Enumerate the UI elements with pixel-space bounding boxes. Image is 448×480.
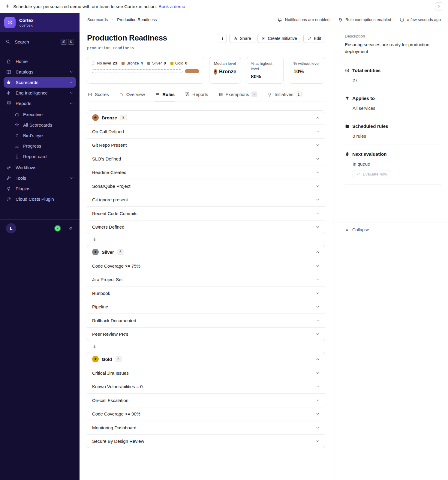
tab-exemptions[interactable]: Exemptions- bbox=[218, 92, 258, 101]
wrench-icon bbox=[6, 176, 11, 181]
level-rule-count: 6 bbox=[115, 356, 122, 362]
book-demo-link[interactable]: Book a demo bbox=[159, 4, 185, 9]
rule-row-critical-jira-issues[interactable]: Critical Jira Issues bbox=[87, 366, 325, 380]
status-rule-exemptions-enabled[interactable]: Rule exemptions enabled bbox=[338, 17, 391, 22]
rule-row-rollback-documented[interactable]: Rollback Documented bbox=[87, 314, 325, 327]
calendar-icon bbox=[345, 124, 350, 129]
sidebar-item-eng-intelligence[interactable]: Eng Intelligence bbox=[4, 88, 76, 98]
rule-row-on-call-escalation[interactable]: On-call Escalation bbox=[87, 393, 325, 407]
chevron-down-icon bbox=[315, 412, 320, 416]
rule-row-owners-defined[interactable]: Owners Defined bbox=[87, 220, 325, 234]
sparkle-icon bbox=[5, 4, 10, 9]
sidebar-item-all-scorecards[interactable]: All Scorecards bbox=[14, 120, 80, 130]
chevron-down-icon bbox=[315, 304, 320, 309]
sidebar: Cortex cortex Search ⌘K HomeCatalogsScor… bbox=[0, 13, 80, 480]
chevron-down-icon bbox=[315, 129, 320, 134]
sidebar-item-scorecards[interactable]: Scorecards bbox=[4, 77, 76, 88]
chevron-down-icon bbox=[69, 80, 74, 85]
collapse-sidebar-icon[interactable] bbox=[68, 226, 74, 231]
checklist-icon bbox=[155, 92, 160, 97]
status-notifications-are-enabled[interactable]: Notifications are enabled bbox=[277, 17, 329, 22]
create-initiative-button[interactable]: Create Initiative bbox=[257, 34, 301, 43]
rule-row-known-vulnerabilities-0[interactable]: Known Vulnerabilities = 0 bbox=[87, 380, 325, 394]
sidebar-item-reports[interactable]: Reports bbox=[4, 98, 76, 109]
sidebar-item-catalogs[interactable]: Catalogs bbox=[4, 67, 76, 77]
status-label: Rule exemptions enabled bbox=[345, 17, 391, 22]
breadcrumb: Scorecards Production Readiness bbox=[87, 17, 157, 22]
tab-overview[interactable]: Overview bbox=[119, 92, 146, 101]
avatar[interactable]: L bbox=[6, 223, 16, 233]
level-group-header[interactable]: ★Gold6 bbox=[87, 352, 325, 366]
briefcase-icon bbox=[14, 112, 20, 117]
banner-close-button[interactable] bbox=[435, 2, 443, 10]
rule-row-on-call-defined[interactable]: On Call Defined bbox=[87, 124, 325, 138]
status-ok-icon[interactable] bbox=[54, 225, 61, 232]
rule-row-git-repo-present[interactable]: Git Repo Present bbox=[87, 138, 325, 152]
evaluate-now-label: Evaluate now bbox=[363, 172, 387, 176]
silver-swatch-icon bbox=[147, 62, 150, 65]
workspace-switcher[interactable]: Cortex cortex bbox=[0, 13, 80, 32]
sidebar-item-bird-s-eye[interactable]: Bird's eye bbox=[14, 130, 80, 141]
rule-label: Git Repo Present bbox=[92, 142, 127, 148]
sidebar-item-tools[interactable]: Tools bbox=[4, 173, 76, 183]
sidebar-item-plugins[interactable]: Plugins bbox=[4, 183, 76, 194]
level-distribution-bar bbox=[92, 69, 199, 73]
sidebar-item-executive[interactable]: Executive bbox=[14, 109, 80, 120]
book-icon bbox=[6, 69, 11, 75]
chevron-down-icon bbox=[69, 70, 74, 74]
clock-icon bbox=[399, 17, 404, 22]
rule-label: Monitoring Dashboard bbox=[92, 425, 137, 430]
level-group-header[interactable]: ★Silver6 bbox=[87, 245, 325, 259]
sidebar-item-label: Tools bbox=[16, 176, 26, 181]
chevron-up-icon bbox=[315, 116, 320, 120]
edit-button[interactable]: Edit bbox=[303, 34, 325, 43]
main-content: Production Readiness production-readines… bbox=[80, 26, 333, 460]
status-a-few-seconds-ago[interactable]: a few seconds ago bbox=[399, 17, 441, 22]
collapse-panel-button[interactable]: Collapse bbox=[333, 223, 448, 232]
rule-row-code-coverage-90[interactable]: Code Coverage >= 90% bbox=[87, 407, 325, 421]
cortex-logo-icon bbox=[4, 17, 16, 28]
cube-icon bbox=[345, 68, 350, 73]
sidebar-item-progress[interactable]: Progress bbox=[14, 141, 80, 151]
chart-line-icon bbox=[14, 144, 20, 148]
chevron-down-icon bbox=[315, 184, 320, 188]
gold-swatch-icon bbox=[170, 62, 173, 65]
rule-row-slo-s-defined[interactable]: SLO's Defined bbox=[87, 152, 325, 166]
rule-row-code-coverage-75[interactable]: Code Coverage >= 75% bbox=[87, 259, 325, 273]
tab-label: Overview bbox=[126, 92, 145, 97]
rule-row-secure-by-design-review[interactable]: Secure By Design Review bbox=[87, 434, 325, 448]
tab-reports[interactable]: Reports bbox=[184, 92, 209, 101]
tab-scores[interactable]: Scores bbox=[87, 92, 110, 101]
sidebar-item-cloud-costs-plugin[interactable]: Cloud Costs Plugin bbox=[4, 194, 76, 204]
sidebar-item-workflows[interactable]: Workflows bbox=[4, 162, 76, 173]
kebab-menu-button[interactable] bbox=[218, 34, 227, 43]
rule-row-peer-review-pr-s[interactable]: Peer Review PR's bbox=[87, 327, 325, 341]
tab-rules[interactable]: Rules bbox=[155, 92, 175, 101]
presentation-icon bbox=[6, 101, 11, 106]
rule-row-git-ignore-present[interactable]: Git ignore present bbox=[87, 193, 325, 207]
sidebar-item-home[interactable]: Home bbox=[4, 56, 76, 67]
evaluate-now-button[interactable]: Evaluate now bbox=[353, 170, 391, 178]
rule-row-monitoring-dashboard[interactable]: Monitoring Dashboard bbox=[87, 421, 325, 434]
share-button[interactable]: Share bbox=[229, 34, 255, 43]
breadcrumb-scorecards[interactable]: Scorecards bbox=[87, 17, 108, 22]
rule-row-runbook[interactable]: Runbook bbox=[87, 286, 325, 300]
level-rule-count: 6 bbox=[117, 249, 124, 255]
no-level-swatch-icon bbox=[92, 62, 95, 65]
tab-badge: - bbox=[251, 92, 257, 97]
level-group-header[interactable]: ★Bronze8 bbox=[87, 111, 325, 124]
workspace-subtitle: cortex bbox=[19, 23, 34, 28]
rule-row-recent-code-commits[interactable]: Recent Code Commits bbox=[87, 206, 325, 220]
sidebar-item-report-card[interactable]: Report card bbox=[14, 151, 80, 162]
chevron-up-icon bbox=[69, 101, 74, 106]
rule-row-readme-created[interactable]: Readme Created bbox=[87, 166, 325, 179]
legend-count: 0 bbox=[185, 61, 187, 65]
detail-title-text: Scheduled rules bbox=[352, 124, 388, 129]
tab-initiatives[interactable]: Initiatives1 bbox=[267, 92, 302, 101]
rule-label: Secure By Design Review bbox=[92, 439, 144, 444]
rule-row-jira-project-set[interactable]: Jira Project Set bbox=[87, 273, 325, 286]
search-input[interactable]: Search ⌘K bbox=[4, 37, 76, 46]
rule-row-sonarqube-project[interactable]: SonarQube Project bbox=[87, 179, 325, 193]
rule-row-pipeline[interactable]: Pipeline bbox=[87, 300, 325, 314]
chevron-down-icon bbox=[315, 225, 320, 229]
